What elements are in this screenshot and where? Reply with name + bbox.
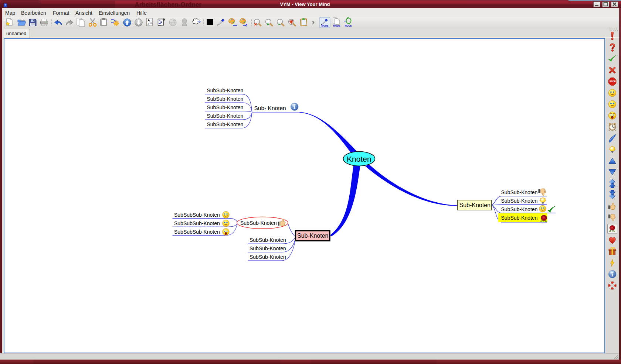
- svg-text:MODE: MODE: [345, 24, 352, 27]
- svg-text:SubSub-Knoten: SubSub-Knoten: [207, 96, 244, 102]
- svg-text:SubSub-Knoten: SubSub-Knoten: [501, 206, 538, 212]
- svg-text:A: A: [147, 18, 150, 22]
- svg-text:SubSub-Knoten: SubSub-Knoten: [250, 245, 286, 251]
- svg-text:SubSub-Knoten: SubSub-Knoten: [207, 121, 244, 127]
- svg-text:SubSub-Knoten: SubSub-Knoten: [250, 254, 286, 260]
- svg-text:MODE: MODE: [333, 24, 340, 27]
- svg-text:Z: Z: [147, 22, 150, 26]
- svg-text:SubSub-Knoten: SubSub-Knoten: [207, 87, 244, 93]
- svg-text:SubSub-Knoten: SubSub-Knoten: [501, 198, 538, 204]
- svg-text:Sub-Knoten: Sub-Knoten: [459, 202, 491, 208]
- svg-text:SubSub-Knoten: SubSub-Knoten: [250, 237, 286, 243]
- svg-text:SubSubSub-Knoten: SubSubSub-Knoten: [174, 220, 220, 226]
- svg-text:SubSub-Knoten: SubSub-Knoten: [501, 189, 538, 195]
- svg-text:SubSubSub-Knoten: SubSubSub-Knoten: [174, 212, 220, 218]
- svg-text:STOP: STOP: [610, 80, 616, 83]
- svg-text:Sub-Knoten: Sub-Knoten: [297, 233, 329, 239]
- svg-text:Knoten: Knoten: [347, 155, 371, 163]
- svg-text:SubSubSub-Knoten: SubSubSub-Knoten: [174, 229, 220, 235]
- svg-text:SubSub-Knoten: SubSub-Knoten: [240, 220, 277, 226]
- svg-text:Sub- Knoten: Sub- Knoten: [254, 105, 286, 111]
- svg-text:SubSub-Knoten: SubSub-Knoten: [207, 104, 244, 110]
- svg-text:SubSub-Knoten: SubSub-Knoten: [501, 215, 538, 221]
- svg-text:SubSub-Knoten: SubSub-Knoten: [207, 113, 244, 119]
- svg-text:MODE: MODE: [322, 24, 329, 27]
